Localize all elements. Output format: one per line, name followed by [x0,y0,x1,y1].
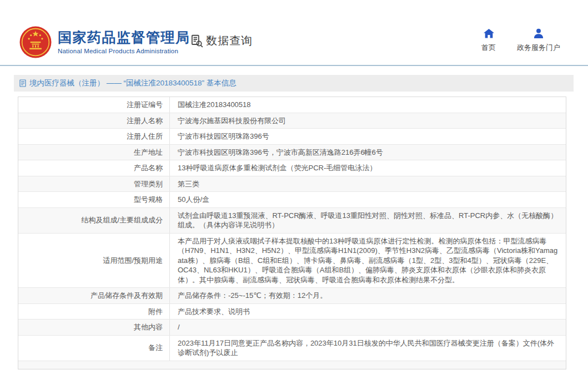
table-row: 适用范围/预期用途本产品用于对人痰液或咽拭子样本提取核酸中的13种呼吸道病原体进… [18,234,566,288]
header-divider [0,65,588,66]
document-icon [19,79,26,87]
page-header: 国家药品监督管理局 National Medical Products Admi… [0,0,588,65]
data-query-label: 数据查询 [206,33,253,48]
table-row: 产品名称13种呼吸道病原体多重检测试剂盒（荧光PCR-毛细管电泳法） [18,160,566,176]
national-emblem-icon [19,26,52,58]
row-value: 2023年11月17日同意更正产品名称内容，2023年10月31日核发的中华人民… [170,336,566,361]
row-value: 国械注准20183400518 [170,97,566,113]
section-title: 境内医疗器械（注册） —— “国械注准20183400518” 基本信息 [29,78,237,88]
table-row: 备注2023年11月17日同意更正产品名称内容，2023年10月31日核发的中华… [18,336,566,361]
row-label: 管理类别 [18,176,170,192]
table-row: 生产地址宁波市科技园区明珠路396号，宁波市高新区清逸路216弄6幢6号 [18,145,566,161]
row-value: 宁波市科技园区明珠路396号，宁波市高新区清逸路216弄6幢6号 [170,145,566,160]
nav-home[interactable]: 首页 [481,28,496,53]
row-value: 宁波海尔施基因科技股份有限公司 [170,113,566,129]
agency-title: 国家药品监督管理局 [58,30,190,45]
table-row: 注册证编号国械注准20183400518 [18,97,566,113]
row-label: 附件 [18,304,170,320]
nav-gov-portal[interactable]: 政务服务门户 [517,28,560,53]
row-label: 产品名称 [18,160,170,176]
row-value: 第三类 [170,176,566,192]
row-value: 产品储存条件：-25~-15℃；有效期：12个月。 [170,288,566,303]
agency-subtitle: National Medical Products Administration [58,48,190,54]
table-row: 型号规格50人份/盒 [18,192,566,208]
data-query-tab[interactable]: 数据查询 [189,33,253,48]
nav-home-label: 首页 [481,43,496,53]
row-value: 产品技术要求、说明书 [170,304,566,320]
top-nav: 首页 政务服务门户 [481,28,560,53]
row-value: 本产品用于对人痰液或咽拭子样本提取核酸中的13种呼吸道病原体进行定性检测。检测的… [170,234,566,288]
user-icon [533,28,544,39]
row-value: 试剂盒由呼吸道13重预混液、RT-PCR酶液、呼吸道13重阳性对照、阴性对照、标… [170,208,566,233]
row-label: 产品储存条件及有效期 [18,288,170,303]
table-row: 结构及组成/主要组成成分试剂盒由呼吸道13重预混液、RT-PCR酶液、呼吸道13… [18,208,566,234]
row-value: 13种呼吸道病原体多重检测试剂盒（荧光PCR-毛细管电泳法） [170,160,566,176]
row-label: 注册人名称 [18,113,170,129]
table-row: 注册人住所宁波市科技园区明珠路396号 [18,129,566,145]
row-value: 宁波市科技园区明珠路396号 [170,129,566,144]
row-value: / [170,320,566,335]
info-table: 注册证编号国械注准20183400518注册人名称宁波海尔施基因科技股份有限公司… [18,97,566,369]
row-label: 注册证编号 [18,97,170,113]
row-label: 生产地址 [18,145,170,160]
row-value: 50人份/盒 [170,192,566,207]
row-label: 适用范围/预期用途 [18,234,170,288]
row-label: 其他内容 [18,320,170,335]
row-label: 结构及组成/主要组成成分 [18,208,170,233]
document-search-icon [189,34,204,48]
section-title-bar: 境内医疗器械（注册） —— “国械注准20183400518” 基本信息 [14,75,574,92]
row-label: 备注 [18,336,170,361]
table-row: 管理类别第三类 [18,176,566,192]
home-icon [483,28,495,39]
table-row: 注册人名称宁波海尔施基因科技股份有限公司 [18,113,566,129]
agency-logo[interactable]: 国家药品监督管理局 National Medical Products Admi… [19,26,190,58]
agency-text: 国家药品监督管理局 National Medical Products Admi… [58,30,190,55]
table-row-partial [18,361,566,369]
row-label: 注册人住所 [18,129,170,144]
nav-gov-portal-label: 政务服务门户 [517,43,560,53]
table-row: 其他内容/ [18,320,566,336]
table-row: 产品储存条件及有效期产品储存条件：-25~-15℃；有效期：12个月。 [18,288,566,304]
row-label: 型号规格 [18,192,170,207]
table-row: 附件产品技术要求、说明书 [18,304,566,320]
info-table-rows: 注册证编号国械注准20183400518注册人名称宁波海尔施基因科技股份有限公司… [18,97,566,361]
